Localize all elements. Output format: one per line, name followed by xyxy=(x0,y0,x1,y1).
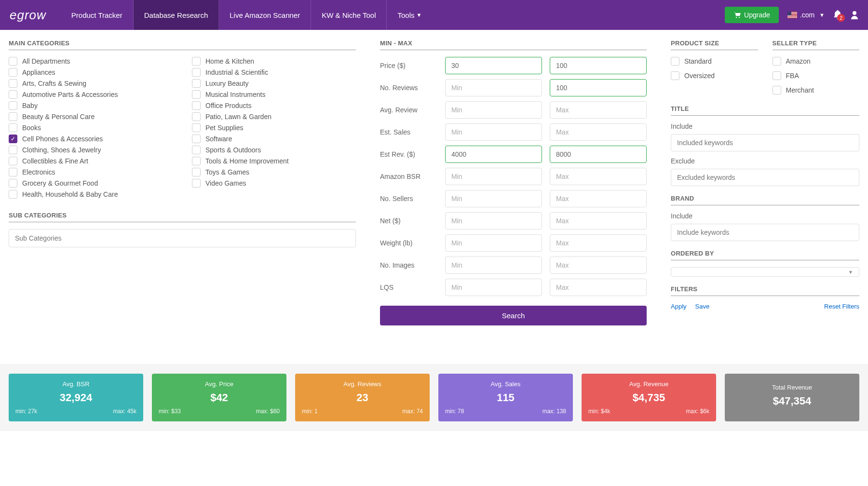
checkbox[interactable] xyxy=(9,68,17,77)
product-size-oversized[interactable]: Oversized xyxy=(671,71,758,80)
search-button[interactable]: Search xyxy=(380,306,647,325)
category-all-departments[interactable]: All Departments xyxy=(9,57,173,66)
max-input[interactable] xyxy=(550,256,647,274)
apply-link[interactable]: Apply xyxy=(671,303,687,310)
nav-tab-product-tracker[interactable]: Product Tracker xyxy=(61,0,134,30)
min-input[interactable] xyxy=(445,256,542,274)
category-appliances[interactable]: Appliances xyxy=(9,68,173,77)
checkbox[interactable] xyxy=(192,123,201,132)
checkbox[interactable] xyxy=(9,190,17,199)
checkbox[interactable] xyxy=(192,57,201,66)
checkbox[interactable] xyxy=(9,168,17,176)
min-input[interactable] xyxy=(445,190,542,207)
user-icon[interactable] xyxy=(851,11,858,19)
category-sports-outdoors[interactable]: Sports & Outdoors xyxy=(192,146,356,154)
checkbox[interactable] xyxy=(671,71,679,80)
min-input[interactable] xyxy=(445,146,542,163)
nav-tab-tools[interactable]: Tools▼ xyxy=(387,0,432,30)
category-cell-phones-accessories[interactable]: ✓Cell Phones & Accessories xyxy=(9,135,173,143)
min-input[interactable] xyxy=(445,279,542,296)
max-input[interactable] xyxy=(550,234,647,252)
checkbox[interactable] xyxy=(192,90,201,99)
category-patio-lawn-garden[interactable]: Patio, Lawn & Garden xyxy=(192,112,356,121)
checkbox[interactable] xyxy=(192,112,201,121)
category-office-products[interactable]: Office Products xyxy=(192,101,356,110)
checkbox[interactable] xyxy=(9,179,17,188)
max-input[interactable] xyxy=(550,212,647,230)
category-baby[interactable]: Baby xyxy=(9,101,173,110)
category-beauty-personal-care[interactable]: Beauty & Personal Care xyxy=(9,112,173,121)
min-input[interactable] xyxy=(445,57,542,74)
seller-type-merchant[interactable]: Merchant xyxy=(773,86,860,94)
max-input[interactable] xyxy=(550,57,647,74)
nav-tab-kw-niche-tool[interactable]: KW & Niche Tool xyxy=(311,0,387,30)
category-video-games[interactable]: Video Games xyxy=(192,179,356,188)
category-musical-instruments[interactable]: Musical Instruments xyxy=(192,90,356,99)
checkbox[interactable] xyxy=(773,71,781,80)
region-selector[interactable]: .com ▼ xyxy=(787,11,825,19)
category-books[interactable]: Books xyxy=(9,123,173,132)
max-input[interactable] xyxy=(550,190,647,207)
nav-tab-live-amazon-scanner[interactable]: Live Amazon Scanner xyxy=(219,0,311,30)
checkbox[interactable] xyxy=(192,101,201,110)
checkbox[interactable] xyxy=(192,179,201,188)
seller-type-amazon[interactable]: Amazon xyxy=(773,57,860,66)
checkbox[interactable] xyxy=(9,57,17,66)
checkbox[interactable] xyxy=(671,57,679,66)
category-luxury-beauty[interactable]: Luxury Beauty xyxy=(192,79,356,88)
checkbox[interactable]: ✓ xyxy=(9,135,17,143)
checkbox[interactable] xyxy=(9,112,17,121)
category-tools-home-improvement[interactable]: Tools & Home Improvement xyxy=(192,157,356,165)
category-collectibles-fine-art[interactable]: Collectibles & Fine Art xyxy=(9,157,173,165)
max-input[interactable] xyxy=(550,123,647,141)
checkbox[interactable] xyxy=(9,146,17,154)
checkbox[interactable] xyxy=(9,79,17,88)
min-input[interactable] xyxy=(445,123,542,141)
save-link[interactable]: Save xyxy=(695,303,710,310)
category-electronics[interactable]: Electronics xyxy=(9,168,173,176)
checkbox[interactable] xyxy=(9,157,17,165)
max-input[interactable] xyxy=(550,168,647,185)
category-arts-crafts-sewing[interactable]: Arts, Crafts & Sewing xyxy=(9,79,173,88)
checkbox[interactable] xyxy=(9,101,17,110)
category-health-household-baby-care[interactable]: Health, Household & Baby Care xyxy=(9,190,173,199)
checkbox[interactable] xyxy=(192,79,201,88)
checkbox[interactable] xyxy=(9,123,17,132)
checkbox[interactable] xyxy=(773,86,781,94)
checkbox[interactable] xyxy=(192,68,201,77)
category-clothing-shoes-jewelry[interactable]: Clothing, Shoes & Jewelry xyxy=(9,146,173,154)
title-exclude-input[interactable] xyxy=(671,169,859,186)
checkbox[interactable] xyxy=(773,57,781,66)
max-input[interactable] xyxy=(550,279,647,296)
product-size-standard[interactable]: Standard xyxy=(671,57,758,66)
category-grocery-gourmet-food[interactable]: Grocery & Gourmet Food xyxy=(9,179,173,188)
max-input[interactable] xyxy=(550,146,647,163)
min-input[interactable] xyxy=(445,79,542,96)
upgrade-button[interactable]: Upgrade xyxy=(725,7,779,23)
min-input[interactable] xyxy=(445,212,542,230)
nav-tab-database-research[interactable]: Database Research xyxy=(134,0,219,30)
sub-categories-input[interactable] xyxy=(9,229,356,247)
min-input[interactable] xyxy=(445,234,542,252)
reset-filters-link[interactable]: Reset Filters xyxy=(824,303,859,310)
category-industrial-scientific[interactable]: Industrial & Scientific xyxy=(192,68,356,77)
checkbox[interactable] xyxy=(192,168,201,176)
category-toys-games[interactable]: Toys & Games xyxy=(192,168,356,176)
notifications-button[interactable]: 2 xyxy=(833,10,842,20)
min-input[interactable] xyxy=(445,168,542,185)
category-home-kitchen[interactable]: Home & Kitchen xyxy=(192,57,356,66)
checkbox[interactable] xyxy=(192,157,201,165)
max-input[interactable] xyxy=(550,101,647,119)
seller-type-fba[interactable]: FBA xyxy=(773,71,860,80)
max-input[interactable] xyxy=(550,79,647,96)
min-input[interactable] xyxy=(445,101,542,119)
checkbox[interactable] xyxy=(9,90,17,99)
checkbox[interactable] xyxy=(192,135,201,143)
ordered-by-select[interactable]: ▼ xyxy=(671,267,859,277)
title-include-input[interactable] xyxy=(671,134,859,151)
category-pet-supplies[interactable]: Pet Supplies xyxy=(192,123,356,132)
brand-include-input[interactable] xyxy=(671,224,859,241)
category-software[interactable]: Software xyxy=(192,135,356,143)
checkbox[interactable] xyxy=(192,146,201,154)
category-automotive-parts-accessories[interactable]: Automotive Parts & Accessories xyxy=(9,90,173,99)
